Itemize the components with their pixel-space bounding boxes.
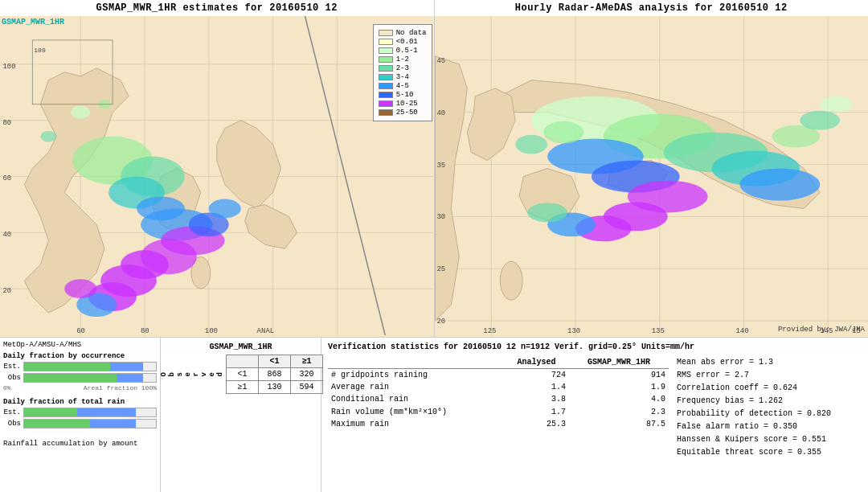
stat-line: Correlation coeff = 0.624: [677, 382, 862, 395]
contingency-title: GSMAP_MWR_1HR: [209, 342, 272, 351]
svg-point-53: [500, 261, 522, 300]
contingency-cell-594: 594: [291, 381, 323, 394]
legend-label-10-25: 10-25: [396, 100, 418, 108]
contingency-table: <1 ≥1 <1 868 320 ≥1 130 594: [226, 355, 323, 394]
obs-bar-row: Obs: [3, 373, 157, 383]
svg-text:100: 100: [34, 47, 46, 54]
stat-line: False alarm ratio = 0.350: [677, 420, 862, 433]
legend-box: No data <0.01 0.5-1 1-2: [373, 24, 432, 121]
legend-color-3-4: [379, 74, 393, 80]
est-label: Est.: [3, 363, 21, 371]
contingency-row-ge1: ≥1 130 594: [227, 381, 323, 394]
legend-label-1-2: 1-2: [396, 55, 409, 64]
right-map-area: 45 40 35 30 25 20 125 130 135 140 145 15…: [435, 16, 869, 335]
svg-text:140: 140: [735, 327, 748, 335]
right-map-panel: Hourly Radar-AMeDAS analysis for 2016051…: [435, 0, 869, 337]
svg-point-26: [209, 199, 241, 218]
legend-label-3-4: 3-4: [396, 73, 409, 81]
contingency-col-ge1: ≥1: [291, 355, 323, 368]
top-row: GSMAP_MWR_1HR estimates for 20160510 12 …: [0, 0, 868, 338]
est-bar-fill-blue: [110, 363, 143, 371]
est2-bar-fill-green: [24, 408, 77, 416]
verif-cell-label: Maximum rain: [328, 418, 504, 430]
legend-label-25-50: 25-50: [396, 109, 418, 117]
legend-color-5-10: [379, 92, 393, 98]
svg-text:40: 40: [436, 109, 445, 117]
legend-label-4-5: 4-5: [396, 82, 409, 90]
legend-05-1: 0.5-1: [379, 47, 427, 55]
est-bar-row: Est.: [3, 362, 157, 371]
legend-color-1-2: [379, 56, 393, 63]
rainfall-label: Rainfall accumulation by amount: [3, 440, 157, 448]
est2-bar-row: Est.: [3, 408, 157, 417]
obs-bar-container: [23, 373, 157, 383]
obs2-label: Obs: [3, 420, 21, 428]
bar-charts-panel: MetOp-A/AMSU-A/MHS Daily fraction by occ…: [0, 338, 161, 492]
svg-text:60: 60: [2, 174, 11, 182]
axis-left-1: 0%: [3, 384, 11, 392]
est-bar-fill-green: [24, 363, 110, 371]
svg-text:ANAL: ANAL: [257, 327, 275, 335]
contingency-col-lt1: <1: [259, 355, 291, 368]
svg-text:35: 35: [436, 162, 445, 170]
stat-line: Probability of detection = 0.820: [677, 408, 862, 420]
legend-10-25: 10-25: [379, 100, 427, 108]
verif-title: Verification statistics for 20160510 12 …: [328, 342, 862, 351]
legend-label-5-10: 5-10: [396, 91, 414, 99]
svg-point-58: [739, 169, 820, 201]
verif-stats-section: Mean abs error = 1.3RMS error = 2.7Corre…: [677, 356, 862, 487]
verif-cell-analysed: 25.3: [504, 418, 569, 430]
legend-5-10: 5-10: [379, 91, 427, 99]
verif-col-analysed: Analysed: [504, 356, 569, 369]
contingency-cell-868: 868: [259, 368, 291, 381]
contingency-row-lt1: <1 868 320: [227, 368, 323, 381]
svg-text:100: 100: [205, 327, 218, 335]
contingency-empty-header: [227, 355, 259, 368]
verif-cell-gsmap: 4.0: [569, 393, 669, 405]
legend-color-2-3: [379, 65, 393, 72]
verif-cell-label: Average rain: [328, 381, 504, 393]
obs2-bar-container: [23, 419, 157, 428]
legend-1-2: 1-2: [379, 55, 427, 64]
legend-25-50: 25-50: [379, 109, 427, 117]
est2-bar-fill-blue: [77, 408, 137, 416]
right-map-title: Hourly Radar-AMeDAS analysis for 2016051…: [435, 0, 869, 16]
svg-text:60: 60: [76, 327, 85, 335]
legend-color-10-25: [379, 100, 393, 107]
axis-right-1: Areal fraction 100%: [84, 384, 157, 392]
est2-label: Est.: [3, 408, 21, 416]
svg-text:135: 135: [651, 327, 664, 335]
legend-label-2-3: 2-3: [396, 64, 409, 72]
svg-text:80: 80: [2, 119, 11, 127]
svg-point-65: [527, 203, 567, 222]
stat-line: Equitable threat score = 0.355: [677, 446, 862, 459]
left-map-title: GSMAP_MWR_1HR estimates for 20160510 12: [0, 0, 434, 16]
legend-color-25-50: [379, 109, 393, 116]
verif-row: Conditional rain 3.8 4.0: [328, 393, 669, 405]
verif-cell-analysed: 3.8: [504, 393, 569, 405]
svg-text:125: 125: [483, 327, 496, 335]
observed-label: Observed: [158, 371, 226, 378]
verif-row: # gridpoints raining 724 914: [328, 369, 669, 382]
left-map-panel: GSMAP_MWR_1HR estimates for 20160510 12 …: [0, 0, 435, 337]
svg-point-70: [820, 96, 852, 113]
left-map-svg: 100 80 60 40 20 60 80 100 ANAL 100: [0, 16, 434, 335]
left-map-area: GSMAP_MWR_1HR: [0, 16, 434, 335]
legend-label-05-1: 0.5-1: [396, 47, 418, 55]
svg-point-66: [515, 135, 547, 154]
svg-text:45: 45: [436, 57, 445, 65]
legend-color-no-data: [379, 30, 393, 36]
contingency-row-label-lt1: <1: [227, 368, 259, 381]
verif-row: Rain volume (mm*km²×10⁶) 1.7 2.3: [328, 405, 669, 418]
obs-bar-fill-green: [24, 374, 117, 382]
legend-no-data: No data: [379, 29, 427, 37]
verif-content: Analysed GSMAP_MWR_1HR # gridpoints rain…: [328, 356, 862, 487]
stat-line: Mean abs error = 1.3: [677, 356, 862, 369]
contingency-cell-130: 130: [259, 381, 291, 394]
obs2-bar-row: Obs: [3, 419, 157, 428]
est-bar-container: [23, 362, 157, 371]
legend-color-lt001: [379, 39, 393, 45]
legend-label-lt001: <0.01: [396, 38, 418, 46]
svg-point-67: [543, 121, 583, 144]
rain-section: Daily fraction of total rain Est. Obs: [3, 398, 157, 430]
